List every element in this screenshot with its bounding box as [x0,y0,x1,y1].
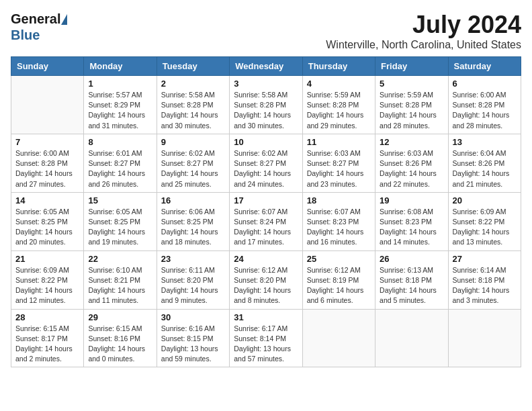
day-number: 5 [380,79,443,89]
day-number: 31 [234,312,298,322]
day-number: 29 [88,312,152,322]
day-number: 17 [234,195,298,205]
day-info: Sunrise: 6:06 AM Sunset: 8:25 PM Dayligh… [161,207,225,248]
location-title: Winterville, North Carolina, United Stat… [326,39,521,51]
calendar-week-row: 14Sunrise: 6:05 AM Sunset: 8:25 PM Dayli… [11,192,521,250]
day-number: 16 [161,195,225,205]
day-number: 20 [453,195,517,205]
day-info: Sunrise: 6:05 AM Sunset: 8:25 PM Dayligh… [88,207,152,248]
logo-blue-text: Blue [11,28,40,42]
day-info: Sunrise: 5:58 AM Sunset: 8:28 PM Dayligh… [234,90,298,131]
calendar-cell: 13Sunrise: 6:04 AM Sunset: 8:26 PM Dayli… [448,134,521,192]
calendar-cell: 4Sunrise: 5:59 AM Sunset: 8:28 PM Daylig… [302,76,375,134]
column-header-thursday: Thursday [302,57,375,76]
day-number: 14 [15,195,79,205]
calendar-cell: 16Sunrise: 6:06 AM Sunset: 8:25 PM Dayli… [157,192,229,250]
calendar-cell [448,309,521,367]
calendar-cell: 30Sunrise: 6:16 AM Sunset: 8:15 PM Dayli… [157,309,229,367]
day-number: 9 [161,137,225,147]
calendar-cell: 1Sunrise: 5:57 AM Sunset: 8:29 PM Daylig… [84,76,157,134]
calendar-week-row: 28Sunrise: 6:15 AM Sunset: 8:17 PM Dayli… [11,309,521,367]
logo: General Blue [11,11,67,43]
day-info: Sunrise: 6:13 AM Sunset: 8:18 PM Dayligh… [380,265,443,306]
day-number: 22 [88,254,152,264]
day-info: Sunrise: 5:58 AM Sunset: 8:28 PM Dayligh… [161,90,225,131]
calendar-cell: 22Sunrise: 6:10 AM Sunset: 8:21 PM Dayli… [84,250,157,309]
calendar-week-row: 7Sunrise: 6:00 AM Sunset: 8:28 PM Daylig… [11,134,521,192]
calendar-table: SundayMondayTuesdayWednesdayThursdayFrid… [11,56,521,367]
day-info: Sunrise: 6:16 AM Sunset: 8:15 PM Dayligh… [161,324,225,365]
day-info: Sunrise: 6:08 AM Sunset: 8:23 PM Dayligh… [380,207,443,248]
day-info: Sunrise: 6:17 AM Sunset: 8:14 PM Dayligh… [234,324,298,365]
day-number: 27 [453,254,517,264]
day-number: 13 [453,137,517,147]
day-number: 1 [88,79,152,89]
day-number: 30 [161,312,225,322]
calendar-cell: 31Sunrise: 6:17 AM Sunset: 8:14 PM Dayli… [230,309,302,367]
day-number: 25 [307,254,371,264]
page-header: General Blue July 2024 Winterville, Nort… [11,11,521,51]
day-number: 19 [380,195,443,205]
day-number: 3 [234,79,298,89]
column-header-friday: Friday [375,57,448,76]
day-info: Sunrise: 6:11 AM Sunset: 8:20 PM Dayligh… [161,265,225,306]
calendar-cell: 6Sunrise: 6:00 AM Sunset: 8:28 PM Daylig… [448,76,521,134]
calendar-week-row: 1Sunrise: 5:57 AM Sunset: 8:29 PM Daylig… [11,76,521,134]
month-title: July 2024 [326,11,521,39]
day-number: 2 [161,79,225,89]
calendar-week-row: 21Sunrise: 6:09 AM Sunset: 8:22 PM Dayli… [11,250,521,309]
calendar-cell: 21Sunrise: 6:09 AM Sunset: 8:22 PM Dayli… [11,250,84,309]
day-info: Sunrise: 6:03 AM Sunset: 8:26 PM Dayligh… [380,148,443,189]
day-number: 15 [88,195,152,205]
calendar-cell: 15Sunrise: 6:05 AM Sunset: 8:25 PM Dayli… [84,192,157,250]
calendar-cell: 10Sunrise: 6:02 AM Sunset: 8:27 PM Dayli… [230,134,302,192]
calendar-cell: 2Sunrise: 5:58 AM Sunset: 8:28 PM Daylig… [157,76,229,134]
day-info: Sunrise: 6:01 AM Sunset: 8:27 PM Dayligh… [88,148,152,189]
day-number: 18 [307,195,371,205]
column-header-saturday: Saturday [448,57,521,76]
day-info: Sunrise: 6:03 AM Sunset: 8:27 PM Dayligh… [307,148,371,189]
calendar-cell: 12Sunrise: 6:03 AM Sunset: 8:26 PM Dayli… [375,134,448,192]
column-header-tuesday: Tuesday [157,57,229,76]
day-info: Sunrise: 6:00 AM Sunset: 8:28 PM Dayligh… [453,90,517,131]
calendar-cell: 23Sunrise: 6:11 AM Sunset: 8:20 PM Dayli… [157,250,229,309]
day-info: Sunrise: 6:07 AM Sunset: 8:23 PM Dayligh… [307,207,371,248]
day-info: Sunrise: 6:05 AM Sunset: 8:25 PM Dayligh… [15,207,79,248]
calendar-cell: 20Sunrise: 6:09 AM Sunset: 8:22 PM Dayli… [448,192,521,250]
day-info: Sunrise: 5:59 AM Sunset: 8:28 PM Dayligh… [380,90,443,131]
calendar-cell: 11Sunrise: 6:03 AM Sunset: 8:27 PM Dayli… [302,134,375,192]
calendar-cell: 29Sunrise: 6:15 AM Sunset: 8:16 PM Dayli… [84,309,157,367]
logo-triangle-icon [61,14,67,25]
calendar-cell: 3Sunrise: 5:58 AM Sunset: 8:28 PM Daylig… [230,76,302,134]
calendar-cell: 5Sunrise: 5:59 AM Sunset: 8:28 PM Daylig… [375,76,448,134]
day-number: 6 [453,79,517,89]
title-section: July 2024 Winterville, North Carolina, U… [326,11,521,51]
calendar-cell: 9Sunrise: 6:02 AM Sunset: 8:27 PM Daylig… [157,134,229,192]
day-info: Sunrise: 6:09 AM Sunset: 8:22 PM Dayligh… [453,207,517,248]
day-info: Sunrise: 6:07 AM Sunset: 8:24 PM Dayligh… [234,207,298,248]
column-header-monday: Monday [84,57,157,76]
calendar-cell: 27Sunrise: 6:14 AM Sunset: 8:18 PM Dayli… [448,250,521,309]
day-info: Sunrise: 6:00 AM Sunset: 8:28 PM Dayligh… [15,148,79,189]
day-info: Sunrise: 5:57 AM Sunset: 8:29 PM Dayligh… [88,90,152,131]
calendar-header-row: SundayMondayTuesdayWednesdayThursdayFrid… [11,57,521,76]
logo-general-text: General [11,11,60,27]
column-header-wednesday: Wednesday [230,57,302,76]
day-info: Sunrise: 6:15 AM Sunset: 8:16 PM Dayligh… [88,324,152,365]
day-info: Sunrise: 6:12 AM Sunset: 8:19 PM Dayligh… [307,265,371,306]
day-number: 10 [234,137,298,147]
day-number: 4 [307,79,371,89]
day-number: 26 [380,254,443,264]
calendar-cell: 14Sunrise: 6:05 AM Sunset: 8:25 PM Dayli… [11,192,84,250]
calendar-cell: 18Sunrise: 6:07 AM Sunset: 8:23 PM Dayli… [302,192,375,250]
day-info: Sunrise: 6:10 AM Sunset: 8:21 PM Dayligh… [88,265,152,306]
day-info: Sunrise: 6:14 AM Sunset: 8:18 PM Dayligh… [453,265,517,306]
calendar-cell [375,309,448,367]
column-header-sunday: Sunday [11,57,84,76]
calendar-cell: 19Sunrise: 6:08 AM Sunset: 8:23 PM Dayli… [375,192,448,250]
calendar-cell: 7Sunrise: 6:00 AM Sunset: 8:28 PM Daylig… [11,134,84,192]
day-info: Sunrise: 6:15 AM Sunset: 8:17 PM Dayligh… [15,324,79,365]
day-info: Sunrise: 6:09 AM Sunset: 8:22 PM Dayligh… [15,265,79,306]
day-number: 12 [380,137,443,147]
day-info: Sunrise: 5:59 AM Sunset: 8:28 PM Dayligh… [307,90,371,131]
